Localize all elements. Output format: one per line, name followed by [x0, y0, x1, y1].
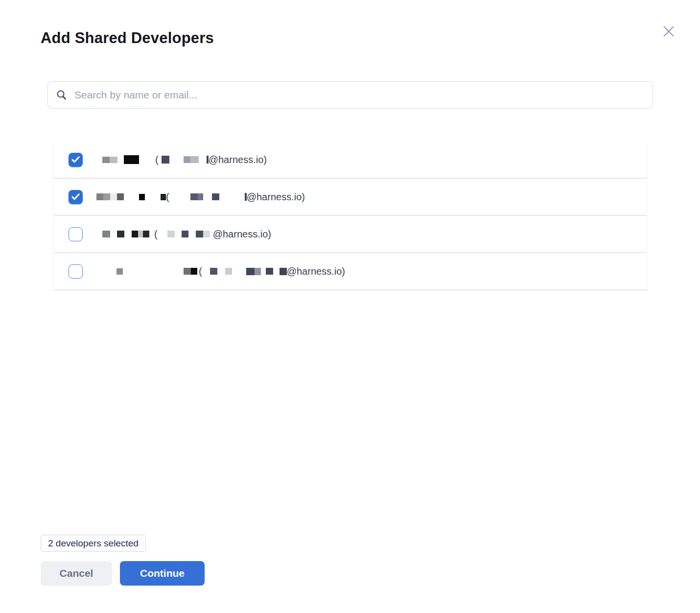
redacted-gap [123, 271, 184, 272]
redacted-gap [158, 234, 167, 235]
developer-email-text: @harness.io) [209, 154, 267, 165]
developer-email-text: ( [166, 191, 169, 203]
redacted-text-block [117, 268, 123, 275]
redacted-segment [246, 268, 255, 275]
redacted-gap [117, 160, 124, 160]
redacted-segment [132, 231, 138, 237]
redacted-gap [124, 234, 132, 235]
redacted-segment [102, 231, 110, 237]
close-icon [662, 24, 676, 38]
redacted-segment [110, 157, 117, 163]
redacted-segment [162, 156, 169, 164]
redacted-segment [190, 156, 199, 163]
developer-checkbox[interactable] [69, 227, 83, 241]
redacted-text-block [132, 231, 149, 237]
redacted-text-block [196, 231, 210, 237]
redacted-gap [261, 271, 266, 272]
continue-button[interactable]: Continue [120, 561, 205, 586]
redacted-text-block [190, 193, 203, 200]
redacted-segment [102, 157, 110, 163]
developer-row[interactable]: (@harness.io) [54, 216, 647, 252]
redacted-segment [110, 193, 117, 200]
close-button[interactable] [661, 24, 677, 39]
redacted-segment [103, 193, 110, 200]
redacted-gap [96, 234, 102, 235]
checkmark-icon [71, 156, 80, 163]
redacted-gap [139, 160, 155, 160]
redacted-gap [169, 160, 184, 160]
developer-row[interactable]: (@harness.io) [54, 179, 647, 215]
cancel-button[interactable]: Cancel [41, 561, 112, 586]
redacted-segment [196, 231, 203, 237]
search-input[interactable] [74, 89, 645, 101]
redacted-gap [188, 234, 196, 235]
developer-email-text: ( [155, 154, 159, 165]
redacted-text-block [161, 194, 166, 200]
developer-checkbox[interactable] [69, 153, 83, 167]
dialog-title: Add Shared Developers [41, 29, 214, 47]
redacted-segment [280, 268, 287, 275]
redacted-gap [202, 271, 210, 272]
redacted-gap [203, 197, 212, 197]
redacted-gap [232, 271, 246, 272]
redacted-text-block [139, 194, 145, 200]
redacted-segment [255, 268, 261, 275]
redacted-segment [96, 193, 103, 200]
redacted-gap [96, 160, 102, 160]
redacted-gap [199, 160, 207, 160]
redacted-segment [117, 268, 123, 275]
redacted-segment [143, 231, 149, 237]
search-icon [56, 89, 68, 101]
redacted-text-block [117, 231, 124, 237]
redacted-segment [161, 194, 166, 200]
search-box [47, 81, 653, 109]
redacted-text-block [184, 156, 199, 163]
redacted-segment [184, 156, 190, 163]
redacted-gap [217, 271, 225, 272]
redacted-segment [117, 231, 124, 237]
redacted-segment [138, 231, 143, 237]
redacted-segment [184, 268, 191, 275]
redacted-text-block [102, 231, 110, 237]
redacted-gap [124, 197, 139, 197]
redacted-text-block [225, 268, 232, 275]
developer-row[interactable]: (@harness.io) [54, 141, 647, 178]
developer-email-text: @harness.io) [287, 266, 345, 277]
redacted-text-block [280, 268, 287, 275]
developer-email-text: ( [199, 266, 202, 277]
redacted-text-block [102, 157, 117, 163]
redacted-text-block [182, 231, 188, 237]
redacted-segment [203, 231, 210, 237]
developer-label: (@harness.io) [96, 191, 305, 203]
developer-label: (@harness.io) [96, 154, 267, 165]
redacted-segment [182, 231, 188, 237]
developer-email-text: @harness.io) [247, 191, 305, 203]
redacted-gap [145, 197, 161, 197]
redacted-gap [169, 197, 190, 197]
redacted-gap [219, 197, 245, 197]
redacted-segment [117, 193, 124, 200]
redacted-text-block [184, 268, 197, 275]
developer-label: (@harness.io) [96, 229, 271, 240]
redacted-gap [110, 234, 117, 235]
redacted-gap [175, 234, 182, 235]
redacted-text-block [96, 193, 124, 200]
redacted-text-block [246, 268, 261, 275]
redacted-gap [149, 234, 154, 235]
selected-count-badge: 2 developers selected [41, 535, 146, 552]
developer-checkbox[interactable] [69, 190, 83, 204]
redacted-text-block [210, 268, 217, 275]
developer-checkbox[interactable] [69, 264, 83, 279]
redacted-gap [96, 271, 117, 272]
checkmark-icon [71, 193, 80, 200]
developer-email-text: @harness.io) [213, 229, 271, 240]
redacted-text-block [212, 193, 219, 200]
developer-row[interactable]: (@harness.io) [54, 253, 647, 289]
redacted-text-block [124, 155, 139, 164]
redacted-segment [191, 268, 197, 275]
redacted-segment [266, 268, 273, 275]
redacted-segment [190, 193, 198, 200]
redacted-segment [139, 194, 145, 200]
redacted-text-block [162, 156, 169, 164]
developer-list: (@harness.io) (@harness.io) (@harness.io… [54, 141, 647, 290]
